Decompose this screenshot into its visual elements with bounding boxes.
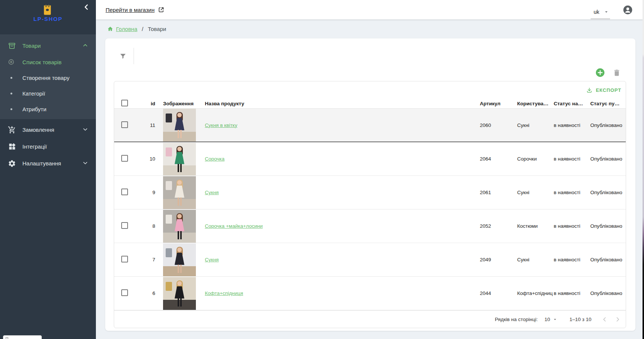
product-name-link[interactable]: Сукня в квітку bbox=[205, 122, 237, 128]
sidebar-item-product-list[interactable]: Список товарів bbox=[0, 54, 96, 70]
sidebar-item-integrations[interactable]: Інтеграції bbox=[0, 138, 96, 155]
rows-per-page-select[interactable]: 10 bbox=[544, 317, 557, 322]
image-floor bbox=[163, 165, 196, 175]
sidebar-nav: Товари Список товарів bbox=[0, 34, 96, 172]
header-publish-status: Статус пу… bbox=[590, 101, 626, 106]
product-name-link[interactable]: Сукня bbox=[205, 190, 219, 195]
sidebar-item-label: Створення товару bbox=[22, 75, 69, 81]
filter-icon[interactable] bbox=[119, 53, 126, 60]
table-row: 8 Сорочка +майка+лосини 2052 Костюми в н… bbox=[114, 209, 626, 243]
chevron-up-icon bbox=[82, 43, 88, 49]
language-value: uk bbox=[594, 9, 599, 15]
select-all-checkbox[interactable] bbox=[121, 100, 128, 106]
product-publish-status: Опубліковано bbox=[590, 190, 626, 195]
product-sku: 2044 bbox=[479, 290, 517, 296]
row-checkbox[interactable] bbox=[121, 289, 128, 296]
breadcrumb-home-link[interactable]: Головна bbox=[107, 26, 137, 32]
image-head bbox=[177, 147, 182, 151]
sidebar-group-products: Товари Список товарів bbox=[0, 34, 96, 119]
image-legs bbox=[178, 231, 179, 239]
image-legs bbox=[178, 298, 179, 307]
widgets-icon bbox=[7, 142, 16, 151]
logo-text: LP-SHOP bbox=[0, 16, 96, 22]
product-stock-status: в наявності bbox=[553, 223, 590, 229]
row-checkbox[interactable] bbox=[121, 189, 128, 195]
prev-page-button[interactable] bbox=[601, 316, 608, 323]
sidebar-item-attributes[interactable]: Атрибути bbox=[0, 101, 96, 117]
product-image[interactable] bbox=[163, 176, 196, 209]
inventory-icon bbox=[7, 41, 16, 50]
table-row: 10 Сорочка 2064 Сорочки в наявності Опуб… bbox=[114, 142, 626, 176]
product-sku: 2049 bbox=[479, 257, 517, 262]
sidebar-item-orders[interactable]: Замовлення bbox=[0, 121, 96, 138]
next-page-button[interactable] bbox=[614, 316, 621, 323]
product-category: Кофта+спідниц bbox=[517, 290, 553, 296]
product-category: Костюми bbox=[517, 223, 553, 229]
image-floor bbox=[163, 199, 196, 209]
product-publish-status: Опубліковано bbox=[590, 290, 626, 296]
home-icon bbox=[107, 26, 113, 32]
main-area: Перейти в магазин uk bbox=[96, 0, 644, 339]
image-legs bbox=[178, 164, 179, 172]
sidebar-item-settings[interactable]: Налаштування bbox=[0, 155, 96, 172]
product-image[interactable] bbox=[163, 109, 196, 141]
row-checkbox[interactable] bbox=[121, 121, 128, 128]
image-head bbox=[177, 248, 182, 252]
image-head bbox=[177, 214, 182, 218]
image-accent bbox=[166, 181, 172, 190]
image-head bbox=[177, 180, 182, 185]
sidebar-item-products[interactable]: Товари bbox=[0, 37, 96, 54]
rows-per-page-label: Рядків на сторінці: bbox=[495, 317, 538, 322]
radio-selected-icon bbox=[8, 59, 14, 65]
image-legs bbox=[178, 130, 179, 138]
product-publish-status: Опубліковано bbox=[590, 122, 626, 128]
image-accent bbox=[166, 248, 172, 257]
header-stock-status: Статус на… bbox=[553, 101, 590, 106]
image-accent bbox=[166, 147, 172, 156]
product-image[interactable] bbox=[163, 243, 196, 276]
sidebar-item-label: Інтеграції bbox=[22, 143, 47, 150]
row-checkbox[interactable] bbox=[121, 155, 128, 162]
product-name-link[interactable]: Сукня bbox=[205, 257, 219, 262]
row-id: 8 bbox=[129, 223, 155, 229]
header-user: Користува… bbox=[517, 101, 553, 106]
export-button[interactable]: ЕКСПОРТ bbox=[114, 81, 626, 99]
table-body: 11 Сукня в квітку 2060 Сукні в наявності… bbox=[114, 109, 626, 310]
product-name-link[interactable]: Сорочка bbox=[205, 156, 225, 162]
image-accent bbox=[166, 113, 172, 122]
header-sku: Артикул bbox=[479, 101, 517, 106]
store-link[interactable]: Перейти в магазин bbox=[106, 6, 165, 13]
filter-bar bbox=[119, 48, 134, 64]
sidebar-item-label: Налаштування bbox=[22, 160, 61, 167]
image-floor bbox=[163, 300, 196, 310]
delete-button[interactable] bbox=[613, 69, 621, 77]
product-publish-status: Опубліковано bbox=[590, 223, 626, 229]
product-image[interactable] bbox=[163, 143, 196, 175]
table-header-row: id Зображення Назва продукту Артикул Кор… bbox=[114, 99, 626, 109]
bullet-icon bbox=[8, 108, 14, 110]
add-product-button[interactable] bbox=[595, 68, 605, 77]
header-id: id bbox=[129, 101, 155, 106]
product-image[interactable] bbox=[163, 210, 196, 243]
product-image[interactable] bbox=[163, 277, 196, 310]
sidebar-collapse-icon[interactable] bbox=[83, 3, 90, 11]
product-name-link[interactable]: Сорочка +майка+лосини bbox=[205, 223, 263, 229]
status-popup bbox=[3, 335, 42, 339]
sidebar-item-categories[interactable]: Категорії bbox=[0, 85, 96, 101]
header-image: Зображення bbox=[163, 101, 196, 106]
sidebar-item-create-product[interactable]: Створення товару bbox=[0, 70, 96, 85]
bullet-icon bbox=[8, 77, 14, 79]
row-checkbox[interactable] bbox=[121, 256, 128, 262]
language-select[interactable]: uk bbox=[591, 5, 610, 19]
pagination: Рядків на сторінці: 10 1–10 з 10 bbox=[114, 310, 626, 328]
product-stock-status: в наявності bbox=[553, 190, 590, 195]
product-name-link[interactable]: Кофта+спідниця bbox=[205, 290, 243, 296]
caret-down-icon bbox=[604, 9, 609, 15]
account-icon[interactable] bbox=[623, 5, 633, 15]
sidebar-item-label: Товари bbox=[22, 43, 41, 49]
image-floor bbox=[163, 266, 196, 276]
image-floor bbox=[163, 132, 196, 141]
row-id: 7 bbox=[129, 257, 155, 262]
caret-down-icon bbox=[553, 317, 557, 322]
row-checkbox[interactable] bbox=[121, 222, 128, 229]
